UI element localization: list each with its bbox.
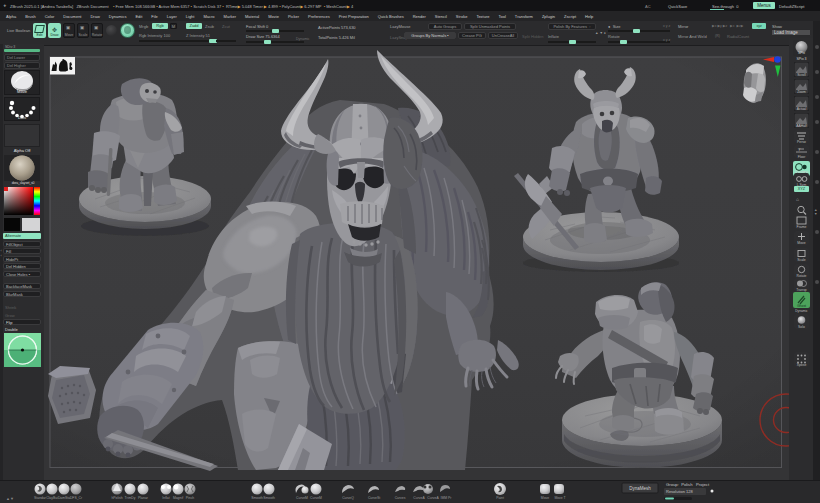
- svg-text:CurveM: CurveM: [296, 496, 308, 500]
- svg-text:DamSta: DamSta: [58, 496, 70, 500]
- svg-text:Smooth: Smooth: [263, 496, 275, 500]
- svg-text:Solo: Solo: [798, 325, 805, 329]
- svg-text:Move: Move: [797, 241, 805, 245]
- svg-text:CurveQ: CurveQ: [342, 496, 354, 500]
- svg-text:Resolution 128: Resolution 128: [666, 489, 693, 494]
- svg-text:Move T: Move T: [554, 496, 565, 500]
- svg-text:Actual: Actual: [797, 107, 807, 111]
- svg-text:CurveM: CurveM: [310, 496, 322, 500]
- svg-text:Smooth: Smooth: [251, 496, 263, 500]
- svg-text:Persp: Persp: [797, 140, 806, 143]
- svg-text:Group: Polish Project: Group: Polish Project: [666, 482, 710, 487]
- svg-text:ClayBui: ClayBui: [46, 496, 58, 500]
- svg-text:Zoom: Zoom: [797, 90, 806, 94]
- svg-text:AAHalf: AAHalf: [796, 124, 807, 128]
- svg-text:Curves: Curves: [395, 496, 406, 500]
- svg-text:Standar: Standar: [34, 496, 47, 500]
- svg-text:Paint: Paint: [496, 496, 504, 500]
- svg-text:▲▼: ▲▼: [6, 496, 14, 501]
- svg-text:Pinch: Pinch: [186, 496, 195, 500]
- svg-text:Scale: Scale: [797, 258, 806, 262]
- svg-text:Move: Move: [541, 496, 549, 500]
- svg-text:Ghost: Ghost: [797, 304, 806, 308]
- svg-text:Magnif: Magnif: [173, 496, 183, 500]
- svg-text:hPolish: hPolish: [111, 496, 122, 500]
- svg-text:Frame: Frame: [797, 225, 807, 229]
- svg-text:TrimDy: TrimDy: [125, 496, 136, 500]
- svg-text:DFS_Cr: DFS_Cr: [70, 496, 83, 500]
- svg-text:DynaMesh: DynaMesh: [629, 486, 651, 491]
- svg-text:CurveSt: CurveSt: [368, 496, 380, 500]
- svg-text:CurveA: CurveA: [413, 496, 425, 500]
- svg-text:IMM Pr: IMM Pr: [441, 496, 453, 500]
- svg-text:Scroll: Scroll: [797, 73, 806, 77]
- svg-text:Xpose: Xpose: [797, 363, 807, 367]
- svg-text:CurveA: CurveA: [427, 496, 439, 500]
- svg-text:SPix: SPix: [798, 51, 805, 55]
- svg-text:Planar: Planar: [138, 496, 149, 500]
- svg-text:Inflat: Inflat: [162, 496, 169, 500]
- svg-text:Floor: Floor: [798, 155, 807, 158]
